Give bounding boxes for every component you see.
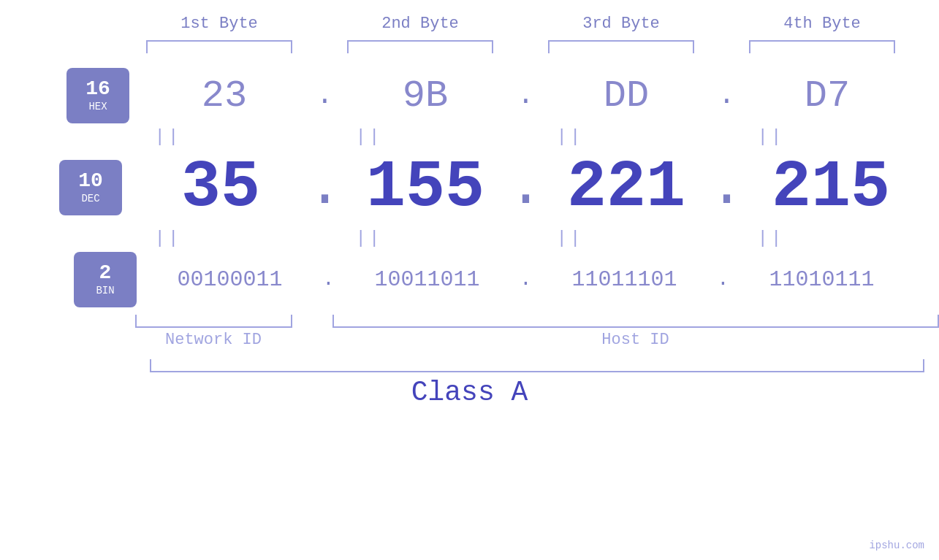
hex-val-3: DD [546, 74, 707, 118]
dot-hex-2: . [506, 82, 546, 110]
dec-row: 10 DEC 35 . 155 . 221 . 215 [24, 150, 915, 225]
bracket-top-4 [749, 40, 895, 53]
hex-val-1: 23 [144, 74, 305, 118]
host-id-label: Host ID [332, 331, 939, 349]
byte2-header: 2nd Byte [340, 15, 501, 33]
bin-values-row: 00100011 . 10011011 . 11011101 . 1101011… [151, 267, 900, 292]
bin-v2: 10011011 [374, 267, 479, 292]
dec-v1: 35 [181, 150, 260, 225]
eq1-2: || [289, 127, 449, 147]
equals-row-1: || || || || [68, 127, 872, 147]
hex-badge: 16 HEX [66, 68, 129, 123]
eq1-1: || [88, 127, 248, 147]
network-id-label: Network ID [135, 331, 292, 349]
dec-val-4: 215 [747, 150, 915, 225]
main-container: 1st Byte 2nd Byte 3rd Byte 4th Byte 16 H… [0, 0, 939, 560]
dot-bin-2: . [506, 269, 546, 290]
dec-badge-label: DEC [81, 193, 99, 204]
bin-badge-num: 2 [99, 263, 112, 283]
dec-val-2: 155 [345, 150, 506, 225]
equals-row-2: || || || || [68, 229, 872, 248]
dec-val-1: 35 [137, 150, 305, 225]
hex-v3: DD [604, 74, 649, 118]
hex-values-row: 23 . 9B . DD . D7 [144, 74, 908, 118]
dec-v4: 215 [772, 150, 890, 225]
bin-val-4: 11010111 [743, 267, 900, 292]
byte-headers: 1st Byte 2nd Byte 3rd Byte 4th Byte [119, 15, 923, 33]
top-brackets [119, 40, 923, 53]
hex-badge-label: HEX [88, 101, 107, 112]
bottom-brackets [135, 315, 939, 328]
bracket-top-1 [146, 40, 292, 53]
eq2-2: || [289, 229, 449, 248]
byte3-header: 3rd Byte [541, 15, 702, 33]
dec-badge-num: 10 [78, 171, 103, 191]
bin-val-1: 00100011 [151, 267, 308, 292]
class-label: Class A [0, 377, 939, 408]
bin-badge-label: BIN [96, 285, 114, 296]
dec-val-3: 221 [546, 150, 707, 225]
byte4-header: 4th Byte [742, 15, 902, 33]
bin-v1: 00100011 [177, 267, 282, 292]
class-bracket [150, 359, 924, 372]
watermark: ipshu.com [869, 540, 924, 551]
network-bracket [135, 315, 292, 328]
hex-val-4: D7 [747, 74, 908, 118]
eq1-4: || [691, 127, 851, 147]
hex-row: 16 HEX 23 . 9B . DD . D7 [31, 68, 908, 123]
hex-val-2: 9B [345, 74, 506, 118]
hex-badge-num: 16 [85, 79, 110, 99]
bin-val-2: 10011011 [349, 267, 506, 292]
dot-hex-1: . [305, 82, 345, 110]
id-labels: Network ID Host ID [135, 331, 939, 349]
hex-v4: D7 [805, 74, 850, 118]
dot-bin-3: . [703, 269, 743, 290]
bin-v3: 11011101 [571, 267, 677, 292]
dec-v3: 221 [567, 150, 685, 225]
byte1-header: 1st Byte [139, 15, 300, 33]
bin-val-3: 11011101 [546, 267, 703, 292]
bin-v4: 11010111 [769, 267, 874, 292]
dot-dec-2: . [506, 158, 546, 217]
eq2-3: || [490, 229, 650, 248]
eq2-1: || [88, 229, 248, 248]
hex-v2: 9B [403, 74, 448, 118]
dec-v2: 155 [366, 150, 484, 225]
bracket-top-2 [347, 40, 493, 53]
hex-v1: 23 [202, 74, 247, 118]
dec-values-row: 35 . 155 . 221 . 215 [137, 150, 915, 225]
bin-row: 2 BIN 00100011 . 10011011 . 11011101 . [39, 252, 900, 307]
dec-badge: 10 DEC [59, 160, 122, 215]
bracket-top-3 [548, 40, 694, 53]
dot-dec-1: . [305, 158, 345, 217]
bin-badge: 2 BIN [74, 252, 137, 307]
eq2-4: || [691, 229, 851, 248]
host-bracket [332, 315, 939, 328]
dot-bin-1: . [308, 269, 349, 290]
dot-hex-3: . [707, 82, 747, 110]
eq1-3: || [490, 127, 650, 147]
dot-dec-3: . [707, 158, 747, 217]
